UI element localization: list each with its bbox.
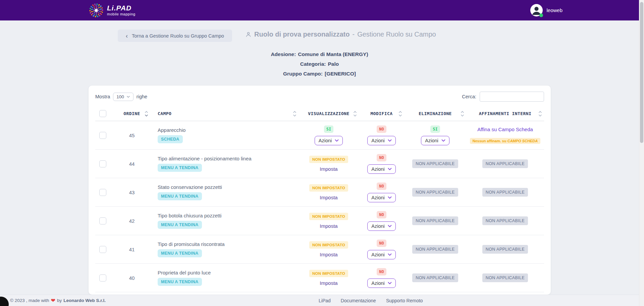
azioni-select[interactable]: Azioni [367, 193, 396, 202]
user-menu[interactable]: leoweb [530, 4, 562, 16]
role-person-icon [245, 31, 252, 38]
page-size-select[interactable]: 100 [113, 93, 133, 101]
cell-content: Affina su Campo SchedaNessun affinam. su… [470, 126, 540, 144]
chevron-down-icon [388, 225, 392, 227]
adesione-line: Adesione:Comune di Manta (ENERGY) [0, 49, 639, 59]
sort-control[interactable] [538, 111, 542, 116]
footer-link-documentazione[interactable]: Documentazione [341, 298, 376, 303]
azioni-select[interactable]: Azioni [367, 221, 396, 231]
cell-affinamenti: NON APPLICABILE [466, 216, 544, 225]
non-applicabile-badge: NON APPLICABILE [412, 159, 458, 168]
heart-icon: ❤ [51, 297, 55, 304]
gruppo-campo-label: Gruppo Campo: [283, 71, 323, 76]
logo-subtitle: mobile mapping [107, 12, 136, 16]
chevron-down-icon [388, 139, 392, 142]
select-all-checkbox[interactable] [99, 110, 106, 117]
cell-content: NOAzioni [367, 240, 396, 259]
column-header-visualizzazione[interactable]: VISUALIZZAZIONE [299, 106, 359, 121]
role-field-table-card: Mostra 100 righe Cerca: ORDINE [89, 86, 551, 295]
campo-type-badge: MENU A TENDINA [158, 192, 202, 200]
column-header-affinamenti[interactable]: AFFINAMENTI INTERNI [466, 106, 544, 121]
status-badge: SI [430, 125, 440, 133]
azioni-label: Azioni [371, 252, 385, 257]
footer-link-supporto[interactable]: Supporto Remoto [386, 298, 423, 303]
ordine-value: 45 [129, 133, 135, 138]
column-header-campo[interactable]: CAMPO [154, 106, 299, 121]
table-body: 45 Apparecchio SCHEDA SIAzioni NOAzioni … [95, 121, 544, 292]
cell-modifica: NOAzioni [359, 240, 404, 259]
sort-control[interactable] [353, 111, 357, 116]
sort-control[interactable] [398, 111, 402, 116]
row-checkbox[interactable] [99, 160, 106, 167]
footer-link-lipad[interactable]: LiPad [319, 298, 331, 303]
column-label: ORDINE [123, 111, 140, 116]
sort-desc-icon [353, 114, 357, 116]
scrollbar-thumb[interactable] [640, 2, 643, 143]
row-checkbox[interactable] [99, 132, 106, 139]
cell-content: NOAzioni [367, 268, 396, 288]
app-logo[interactable]: Li.PAD mobile mapping [89, 3, 136, 18]
checkbox-cell [95, 246, 110, 253]
non-applicabile-badge: NON APPLICABILE [482, 188, 528, 197]
row-checkbox[interactable] [99, 246, 106, 253]
azioni-select[interactable]: Azioni [315, 136, 343, 145]
row-checkbox[interactable] [99, 274, 106, 282]
sort-control[interactable] [145, 111, 148, 116]
mostra-label: Mostra [95, 94, 110, 99]
table-header-row: ORDINE CAMPO VISUALIZZAZIONE [95, 106, 544, 121]
back-button[interactable]: ‹ Torna a Gestione Ruolo su Gruppo Campo [118, 30, 232, 42]
chevron-down-icon [388, 168, 392, 170]
sort-asc-icon [538, 111, 542, 113]
imposta-link[interactable]: Imposta [320, 223, 337, 229]
non-impostato-badge: NON IMPOSTATO [309, 184, 348, 192]
azioni-select[interactable]: Azioni [367, 136, 396, 145]
azioni-label: Azioni [425, 138, 438, 143]
column-header-modifica[interactable]: MODIFICA [359, 106, 404, 121]
logo-title: Li.PAD [107, 4, 136, 11]
scrollbar-track[interactable] [639, 0, 644, 306]
page-title-section: Gestione Ruolo su Campo [357, 31, 436, 38]
cell-modifica: NOAzioni [359, 154, 404, 174]
cell-eliminazione: NON APPLICABILE [404, 245, 466, 254]
affina-link[interactable]: Affina su Campo Scheda [477, 126, 533, 132]
cell-content: NON APPLICABILE [482, 159, 528, 168]
logo-text: Li.PAD mobile mapping [107, 4, 136, 16]
cell-content: NON APPLICABILE [412, 245, 458, 254]
imposta-link[interactable]: Imposta [320, 195, 337, 200]
sort-control[interactable] [461, 111, 464, 116]
status-badge: NO [377, 154, 386, 161]
non-applicabile-badge: NON APPLICABILE [482, 245, 528, 254]
imposta-link[interactable]: Imposta [320, 280, 337, 286]
page-title-sep: - [352, 31, 355, 38]
column-header-ordine[interactable]: ORDINE [110, 106, 154, 121]
azioni-select[interactable]: Azioni [367, 250, 396, 259]
checkbox-cell [95, 217, 110, 224]
ordine-cell: 45 [110, 133, 154, 138]
row-checkbox[interactable] [99, 217, 106, 224]
header-checkbox-cell [95, 106, 110, 121]
cell-modifica: NOAzioni [359, 211, 404, 231]
azioni-select[interactable]: Azioni [421, 136, 449, 145]
column-header-eliminazione[interactable]: ELIMINAZIONE [404, 106, 466, 121]
ordine-cell: 41 [110, 247, 154, 252]
campo-name: Tipo botola chiusura pozzetti [158, 213, 221, 218]
adesione-label: Adesione: [271, 51, 296, 57]
azioni-select[interactable]: Azioni [367, 164, 396, 174]
online-status-dot [539, 13, 543, 17]
campo-cell: Tipo alimentazione - posizionamento line… [154, 156, 299, 172]
campo-cell: Tipo di promiscuita riscontrata MENU A T… [154, 241, 299, 257]
imposta-link[interactable]: Imposta [320, 252, 337, 257]
cell-content: NON APPLICABILE [412, 216, 458, 225]
sort-control[interactable] [293, 111, 297, 116]
campo-name: Stato conservazione pozzetti [158, 184, 222, 190]
status-badge: NO [377, 183, 386, 190]
cell-content: NON IMPOSTATOImposta [309, 213, 348, 229]
company-name: Leonardo Web S.r.l. [63, 298, 106, 303]
azioni-select[interactable]: Azioni [367, 278, 396, 288]
imposta-link[interactable]: Imposta [320, 166, 337, 172]
azioni-label: Azioni [371, 138, 385, 143]
search-input[interactable] [480, 92, 544, 102]
cell-visualizzazione: NON IMPOSTATOImposta [299, 270, 359, 286]
row-checkbox[interactable] [99, 189, 106, 196]
campo-type-badge: MENU A TENDINA [158, 278, 202, 286]
